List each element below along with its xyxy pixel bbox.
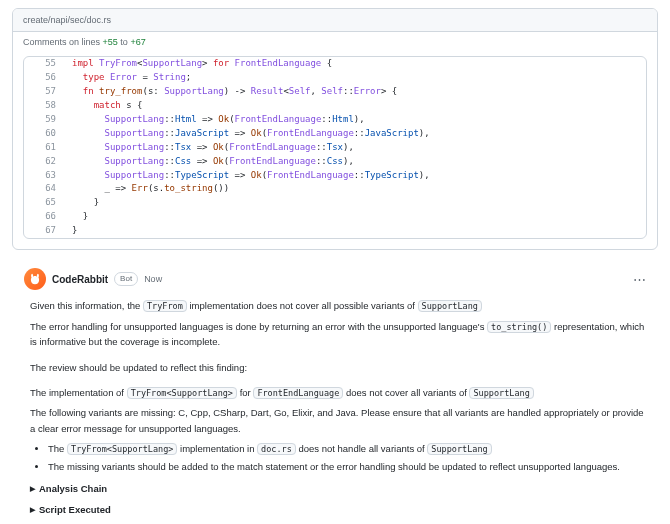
code-line: 58 match s { [24, 99, 646, 113]
code-content: match s { [66, 99, 142, 113]
line-number: 61 [24, 141, 66, 155]
code-content: impl TryFrom<SupportLang> for FrontEndLa… [66, 57, 332, 71]
code-line: 62 SupportLang::Css => Ok(FrontEndLangua… [24, 155, 646, 169]
lines-prefix: Comments on lines [23, 37, 100, 47]
comment-author[interactable]: CodeRabbit [52, 274, 108, 285]
inline-code: TryFrom<SupportLang> [67, 443, 177, 455]
inline-code: SupportLang [469, 387, 533, 399]
comment-timestamp[interactable]: Now [144, 274, 162, 284]
code-content: type Error = String; [66, 71, 191, 85]
comment-header: CodeRabbit Bot Now ⋯ [24, 268, 646, 290]
comment-lines-bar: Comments on lines +55 to +67 [13, 32, 657, 52]
review-comment: CodeRabbit Bot Now ⋯ Given this informat… [12, 258, 658, 524]
code-line: 63 SupportLang::TypeScript => Ok(FrontEn… [24, 169, 646, 183]
line-number: 57 [24, 85, 66, 99]
script-executed-disclosure[interactable]: Script Executed [30, 502, 646, 517]
code-review-panel: create/napi/sec/doc.rs Comments on lines… [12, 8, 658, 250]
disclosure-summary[interactable]: Script Executed [30, 502, 646, 517]
code-snippet[interactable]: 55impl TryFrom<SupportLang> for FrontEnd… [23, 56, 647, 239]
line-number: 65 [24, 196, 66, 210]
inline-code: TryFrom [143, 300, 187, 312]
disclosure-summary[interactable]: Analysis Chain [30, 481, 646, 496]
lines-to-word: to [120, 37, 128, 47]
code-line: 60 SupportLang::JavaScript => Ok(FrontEn… [24, 127, 646, 141]
list-item: The missing variants should be added to … [48, 459, 646, 474]
code-line: 56 type Error = String; [24, 71, 646, 85]
code-content: fn try_from(s: SupportLang) -> Result<Se… [66, 85, 397, 99]
code-line: 59 SupportLang::Html => Ok(FrontEndLangu… [24, 113, 646, 127]
comment-body: Given this information, the TryFrom impl… [24, 298, 646, 517]
code-content: SupportLang::Tsx => Ok(FrontEndLanguage:… [66, 141, 354, 155]
line-number: 60 [24, 127, 66, 141]
list-item: The TryFrom<SupportLang> implementation … [48, 441, 646, 457]
line-number: 66 [24, 210, 66, 224]
line-number: 55 [24, 57, 66, 71]
inline-code: to_string() [487, 321, 551, 333]
bot-badge: Bot [114, 272, 138, 286]
coderabbit-avatar-icon [24, 268, 46, 290]
line-number: 58 [24, 99, 66, 113]
line-number: 67 [24, 224, 66, 238]
inline-code: FrontEndLanguage [253, 387, 343, 399]
code-line: 55impl TryFrom<SupportLang> for FrontEnd… [24, 57, 646, 71]
code-content: SupportLang::TypeScript => Ok(FrontEndLa… [66, 169, 430, 183]
code-content: } [66, 224, 77, 238]
line-number: 56 [24, 71, 66, 85]
paragraph: The review should be updated to reflect … [30, 360, 646, 375]
line-number: 62 [24, 155, 66, 169]
analysis-chain-disclosure[interactable]: Analysis Chain [30, 481, 646, 496]
code-line: 65 } [24, 196, 646, 210]
paragraph: The implementation of TryFrom<SupportLan… [30, 385, 646, 401]
paragraph: The following variants are missing: C, C… [30, 405, 646, 435]
code-line: 64 _ => Err(s.to_string()) [24, 182, 646, 196]
inline-code: SupportLang [427, 443, 491, 455]
code-line: 67} [24, 224, 646, 238]
kebab-menu-icon[interactable]: ⋯ [633, 273, 646, 286]
inline-code: SupportLang [418, 300, 482, 312]
file-path-bar[interactable]: create/napi/sec/doc.rs [13, 9, 657, 32]
code-content: SupportLang::Css => Ok(FrontEndLanguage:… [66, 155, 354, 169]
line-number: 59 [24, 113, 66, 127]
paragraph: Given this information, the TryFrom impl… [30, 298, 646, 314]
line-to: +67 [130, 37, 145, 47]
paragraph: The error handling for unsupported langu… [30, 319, 646, 350]
code-content: SupportLang::JavaScript => Ok(FrontEndLa… [66, 127, 430, 141]
line-number: 63 [24, 169, 66, 183]
code-content: SupportLang::Html => Ok(FrontEndLanguage… [66, 113, 365, 127]
inline-code: doc.rs [257, 443, 296, 455]
line-from: +55 [103, 37, 118, 47]
inline-code: TryFrom<SupportLang> [127, 387, 237, 399]
code-content: _ => Err(s.to_string()) [66, 182, 229, 196]
code-line: 57 fn try_from(s: SupportLang) -> Result… [24, 85, 646, 99]
code-content: } [66, 210, 88, 224]
bullet-list: The TryFrom<SupportLang> implementation … [48, 441, 646, 475]
code-line: 61 SupportLang::Tsx => Ok(FrontEndLangua… [24, 141, 646, 155]
code-content: } [66, 196, 99, 210]
code-line: 66 } [24, 210, 646, 224]
line-number: 64 [24, 182, 66, 196]
